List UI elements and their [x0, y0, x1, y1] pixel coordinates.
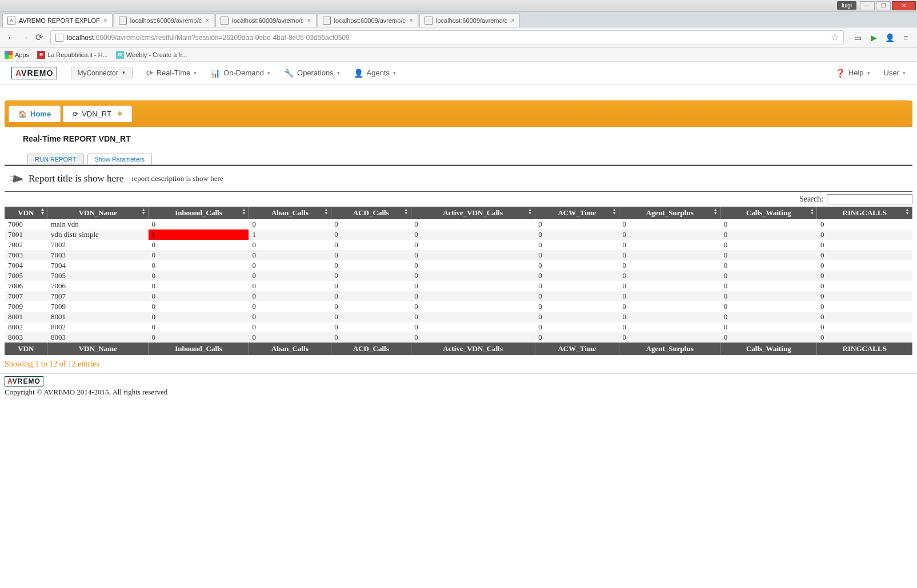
table-cell: main vdn: [47, 219, 149, 229]
nav-back-button[interactable]: ←: [5, 31, 18, 45]
column-header[interactable]: Active_VDN_Calls▲▼: [411, 207, 535, 219]
browser-tab[interactable]: localhost:60009/avremo/c×: [114, 13, 214, 27]
table-cell: 1: [149, 229, 249, 240]
tab-home[interactable]: 🏠 Home: [9, 106, 61, 122]
table-cell: 0: [331, 260, 411, 271]
nav-operations-label: Operations: [297, 69, 334, 77]
copyright: Copyright © AVREMO 2014-2015. All rights…: [5, 388, 912, 397]
menu-icon[interactable]: ≡: [899, 31, 912, 45]
repubblica-bookmark[interactable]: R La Repubblica.it - H...: [37, 51, 108, 59]
column-header[interactable]: RINGCALLS▲▼: [817, 207, 912, 219]
browser-tab[interactable]: AAVREMO REPORT EXPLOF×: [2, 13, 113, 27]
table-cell: 0: [535, 260, 619, 271]
column-header[interactable]: VDN_Name▲▼: [47, 207, 149, 219]
table-cell: 0: [619, 322, 720, 332]
nav-forward-button[interactable]: →: [18, 31, 32, 45]
home-icon: 🏠: [18, 110, 27, 118]
browser-tab[interactable]: localhost:60009/avremo/c×: [215, 13, 316, 27]
browser-tab[interactable]: localhost:60009/avremo/c×: [318, 13, 418, 27]
bookmark-bar: Apps R La Repubblica.it - H... W Weebly …: [0, 48, 917, 62]
table-row: 7002700200000000: [5, 240, 912, 250]
sort-icon: ▲▼: [528, 208, 532, 215]
tab-close-icon[interactable]: ×: [100, 17, 107, 25]
table-cell: 0: [720, 250, 817, 260]
table-row: 7006700600000000: [5, 281, 912, 291]
nav-agents[interactable]: 👤 Agents ▾: [354, 69, 396, 78]
tab-title: AVREMO REPORT EXPLOF: [19, 17, 100, 24]
browser-tab[interactable]: localhost:60009/avremo/c×: [419, 13, 520, 27]
run-report-button[interactable]: RUN REPORT: [27, 154, 84, 164]
column-header[interactable]: Calls_Waiting▲▼: [720, 207, 817, 219]
sort-icon: ▲▼: [612, 208, 616, 215]
table-cell: 0: [411, 291, 535, 301]
footer-logo: AVREMO: [5, 376, 43, 386]
app-logo[interactable]: AVREMO: [11, 67, 57, 79]
table-cell: 0: [619, 271, 720, 281]
nav-ondemand[interactable]: 📊 On-Demand ▾: [210, 69, 270, 78]
connector-dropdown[interactable]: MyConnector ▼: [71, 67, 132, 79]
caret-icon: ▾: [903, 70, 906, 76]
tab-home-label: Home: [30, 110, 51, 118]
tab-close-icon[interactable]: ×: [304, 17, 311, 25]
sort-icon: ▲▼: [713, 208, 718, 215]
tab-vdn-label: VDN_RT: [82, 110, 111, 118]
nav-right: ❓ Help ▾ User ▾: [822, 69, 906, 78]
table-cell: 0: [720, 229, 817, 240]
tab-close-icon[interactable]: ×: [507, 17, 515, 25]
profile-icon[interactable]: 👤: [883, 31, 896, 45]
weebly-bookmark[interactable]: W Weebly - Create a fr...: [116, 51, 187, 59]
nav-realtime[interactable]: ⟳ Real-Time ▾: [146, 69, 197, 78]
column-header[interactable]: Aban_Calls▲▼: [249, 207, 331, 219]
table-cell: 8001: [47, 312, 149, 322]
tab-close-icon[interactable]: ✱: [117, 110, 122, 118]
app-tab-bar: 🏠 Home ⟳ VDN_RT ✱: [5, 100, 912, 127]
tab-favicon: [119, 17, 127, 25]
table-cell: 0: [331, 322, 411, 332]
search-input[interactable]: [827, 194, 912, 204]
nav-user[interactable]: User ▾: [884, 69, 906, 77]
report-title: Real-Time REPORT VDN_RT: [23, 134, 894, 143]
column-header[interactable]: ACW_Time▲▼: [535, 207, 619, 219]
weebly-label: Weebly - Create a fr...: [126, 51, 187, 58]
address-bar[interactable]: localhost:60009/avremo/cms/restful/Main?…: [50, 30, 844, 45]
show-parameters-button[interactable]: Show Parameters: [87, 154, 152, 164]
table-cell: 8001: [5, 312, 47, 322]
table-cell: 0: [249, 301, 331, 312]
caret-icon: ▾: [194, 70, 197, 76]
present-icon[interactable]: ▭: [851, 31, 864, 45]
table-cell: 0: [720, 271, 817, 281]
table-cell: 0: [817, 291, 912, 301]
nav-reload-button[interactable]: ⟳: [32, 31, 46, 45]
maximize-button[interactable]: ☐: [876, 1, 891, 10]
table-cell: 0: [411, 271, 535, 281]
tab-vdn-rt[interactable]: ⟳ VDN_RT ✱: [63, 106, 132, 122]
close-window-button[interactable]: ✕: [892, 1, 916, 10]
table-cell: 0: [249, 281, 331, 291]
play-extension-icon[interactable]: ▶: [867, 31, 880, 45]
help-icon: ❓: [835, 69, 845, 78]
caret-icon: ▾: [337, 70, 340, 76]
bookmark-star-icon[interactable]: ☆: [831, 32, 839, 43]
table-cell: 0: [331, 332, 411, 343]
table-cell: 0: [619, 250, 720, 260]
column-header[interactable]: Inbound_Calls▲▼: [149, 207, 249, 219]
tab-close-icon[interactable]: ×: [406, 17, 413, 25]
column-header[interactable]: Agent_Surplus▲▼: [619, 207, 720, 219]
column-header[interactable]: ACD_Calls▲▼: [331, 207, 411, 219]
caret-icon: ▾: [267, 70, 270, 76]
table-cell: vdn distr simple: [47, 229, 149, 240]
minimize-button[interactable]: —: [860, 1, 875, 10]
nav-help[interactable]: ❓ Help ▾: [835, 69, 870, 78]
nav-operations[interactable]: 🔧 Operations ▾: [284, 69, 340, 78]
report-header: Real-Time REPORT VDN_RT: [0, 127, 917, 154]
refresh-icon: ⟳: [73, 110, 78, 118]
table-cell: 7002: [5, 240, 47, 250]
tab-favicon: [425, 17, 433, 25]
tab-close-icon[interactable]: ×: [202, 17, 209, 25]
column-header[interactable]: VDN▲▼: [5, 207, 47, 219]
barchart-icon: 📊: [210, 69, 220, 78]
table-cell: 0: [249, 219, 331, 229]
table-cell: 0: [817, 301, 912, 312]
table-cell: 0: [817, 271, 912, 281]
apps-bookmark[interactable]: Apps: [5, 51, 29, 59]
